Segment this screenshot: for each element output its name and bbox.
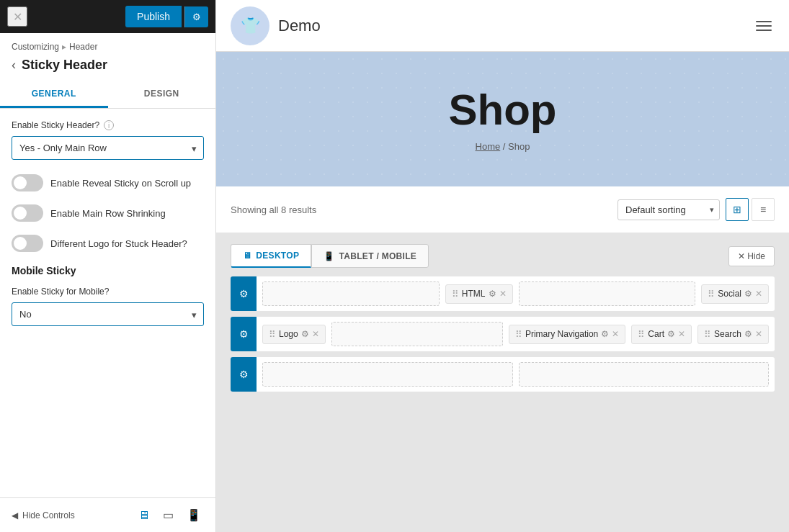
row1-gear[interactable]: ⚙ bbox=[231, 276, 257, 311]
html-pill[interactable]: ⠿ HTML ⚙ ✕ bbox=[445, 284, 513, 304]
list-view-button[interactable]: ≡ bbox=[752, 198, 775, 221]
sort-area: Default sorting Sort by popularity Sort … bbox=[618, 198, 775, 221]
site-name: Demo bbox=[278, 17, 321, 35]
sort-select[interactable]: Default sorting Sort by popularity Sort … bbox=[618, 199, 720, 220]
right-panel: 👕 Demo Shop Home / Shop Showing all 8 re… bbox=[216, 0, 789, 532]
reveal-sticky-toggle-row: Enable Reveal Sticky on Scroll up bbox=[12, 174, 204, 191]
row3-gear[interactable]: ⚙ bbox=[231, 357, 257, 392]
cart-gear-icon[interactable]: ⚙ bbox=[667, 329, 675, 339]
header-row-2: ⚙ ⠿ Logo ⚙ ✕ ⠿ Primary Navigation ⚙ ✕ ⠿ bbox=[231, 317, 775, 351]
results-count: Showing all 8 results bbox=[231, 204, 316, 215]
logo-gear-icon[interactable]: ⚙ bbox=[301, 329, 309, 339]
main-row-shrink-slider[interactable] bbox=[12, 204, 43, 222]
mobile-sticky-label: Enable Sticky for Mobile? bbox=[12, 287, 204, 297]
hero-banner: Shop Home / Shop bbox=[216, 52, 789, 186]
logo-close-icon[interactable]: ✕ bbox=[312, 329, 319, 339]
row3-empty-right bbox=[519, 362, 770, 387]
hide-controls-label: Hide Controls bbox=[22, 510, 75, 520]
logo-pill[interactable]: ⠿ Logo ⚙ ✕ bbox=[262, 325, 326, 344]
view-icons: ⊞ ≡ bbox=[726, 198, 775, 221]
cart-label: Cart bbox=[648, 329, 664, 339]
hero-breadcrumb-sep: / bbox=[503, 141, 508, 152]
different-logo-toggle-row: Different Logo for Stuck Header? bbox=[12, 235, 204, 252]
site-logo: 👕 bbox=[231, 6, 269, 45]
hide-controls-button[interactable]: ◀ Hide Controls bbox=[12, 510, 75, 520]
hero-breadcrumb: Home / Shop bbox=[231, 141, 775, 152]
social-drag-handle: ⠿ bbox=[708, 289, 715, 299]
search-pill[interactable]: ⠿ Search ⚙ ✕ bbox=[697, 325, 769, 344]
reveal-sticky-toggle[interactable] bbox=[12, 174, 43, 191]
top-bar: ✕ Publish ⚙ bbox=[0, 0, 215, 33]
tabs-row: GENERAL DESIGN bbox=[0, 81, 215, 109]
row2-content: ⠿ Logo ⚙ ✕ ⠿ Primary Navigation ⚙ ✕ ⠿ Ca… bbox=[257, 317, 775, 351]
row1-empty-left bbox=[262, 281, 440, 306]
tablet-tab-icon: 📱 bbox=[324, 251, 334, 261]
site-logo-area: 👕 Demo bbox=[231, 6, 321, 45]
social-close-icon[interactable]: ✕ bbox=[755, 289, 762, 299]
hero-title: Shop bbox=[231, 86, 775, 134]
logo-drag-handle: ⠿ bbox=[269, 329, 276, 340]
panel-footer: ◀ Hide Controls 🖥 ▭ 📱 bbox=[0, 497, 215, 532]
back-button[interactable]: ‹ bbox=[12, 58, 16, 73]
row2-gear[interactable]: ⚙ bbox=[231, 317, 257, 351]
tab-general[interactable]: GENERAL bbox=[0, 81, 108, 108]
search-gear-icon[interactable]: ⚙ bbox=[744, 329, 752, 339]
breadcrumb-current[interactable]: Header bbox=[69, 42, 97, 52]
breadcrumb-separator: ▸ bbox=[62, 42, 66, 52]
info-icon[interactable]: i bbox=[104, 120, 114, 130]
main-row-shrink-label: Enable Main Row Shrinking bbox=[50, 208, 166, 219]
mobile-device-btn[interactable]: 📱 bbox=[184, 505, 204, 525]
publish-button[interactable]: Publish bbox=[125, 6, 182, 27]
mobile-sticky-select[interactable]: No Yes bbox=[12, 302, 204, 326]
header-row-3: ⚙ bbox=[231, 357, 775, 392]
html-drag-handle: ⠿ bbox=[452, 289, 459, 299]
row2-empty-left bbox=[331, 322, 503, 346]
breadcrumb-root[interactable]: Customizing bbox=[12, 42, 59, 52]
close-button[interactable]: ✕ bbox=[7, 6, 27, 27]
tablet-tab-label: TABLET / MOBILE bbox=[339, 251, 417, 261]
main-row-shrink-toggle[interactable] bbox=[12, 204, 43, 222]
different-logo-toggle[interactable] bbox=[12, 235, 43, 252]
sort-select-wrap: Default sorting Sort by popularity Sort … bbox=[618, 199, 720, 220]
desktop-device-btn[interactable]: 🖥 bbox=[135, 505, 153, 525]
products-area: Showing all 8 results Default sorting So… bbox=[216, 186, 789, 233]
mobile-sticky-section: Mobile Sticky Enable Sticky for Mobile? … bbox=[12, 265, 204, 326]
hero-breadcrumb-home[interactable]: Home bbox=[476, 141, 501, 152]
tab-design[interactable]: DESIGN bbox=[108, 81, 216, 108]
html-close-icon[interactable]: ✕ bbox=[499, 289, 507, 299]
cart-close-icon[interactable]: ✕ bbox=[678, 329, 685, 339]
menu-line-1 bbox=[756, 21, 772, 22]
menu-icon-button[interactable] bbox=[753, 18, 775, 34]
publish-settings-button[interactable]: ⚙ bbox=[184, 6, 208, 27]
search-close-icon[interactable]: ✕ bbox=[755, 329, 762, 339]
builder-tab-desktop[interactable]: 🖥 DESKTOP bbox=[231, 244, 311, 268]
primary-nav-close-icon[interactable]: ✕ bbox=[612, 329, 619, 339]
grid-view-button[interactable]: ⊞ bbox=[726, 198, 749, 221]
hero-breadcrumb-current: Shop bbox=[508, 141, 530, 152]
hide-builder-button[interactable]: ✕ Hide bbox=[728, 246, 775, 266]
menu-line-2 bbox=[756, 25, 772, 27]
sticky-header-select[interactable]: Yes - Only Main Row Yes - All Rows No bbox=[12, 136, 204, 160]
hide-controls-arrow: ◀ bbox=[12, 510, 18, 520]
different-logo-slider[interactable] bbox=[12, 235, 43, 252]
primary-nav-drag-handle: ⠿ bbox=[515, 329, 522, 340]
row1-content: ⠿ HTML ⚙ ✕ ⠿ Social ⚙ ✕ bbox=[257, 276, 775, 311]
search-drag-handle: ⠿ bbox=[704, 329, 711, 340]
social-gear-icon[interactable]: ⚙ bbox=[744, 289, 752, 299]
desktop-tab-label: DESKTOP bbox=[256, 251, 299, 261]
main-row-shrink-toggle-row: Enable Main Row Shrinking bbox=[12, 204, 204, 222]
builder-tab-tablet[interactable]: 📱 TABLET / MOBILE bbox=[311, 244, 429, 268]
html-gear-icon[interactable]: ⚙ bbox=[489, 289, 496, 299]
sticky-header-field: Enable Sticky Header? i Yes - Only Main … bbox=[12, 120, 204, 160]
social-pill[interactable]: ⠿ Social ⚙ ✕ bbox=[701, 284, 769, 304]
primary-nav-pill[interactable]: ⠿ Primary Navigation ⚙ ✕ bbox=[509, 325, 625, 344]
device-icons: 🖥 ▭ 📱 bbox=[135, 505, 204, 525]
tablet-device-btn[interactable]: ▭ bbox=[160, 505, 177, 525]
mobile-sticky-select-wrap: No Yes bbox=[12, 302, 204, 326]
reveal-sticky-slider[interactable] bbox=[12, 174, 43, 191]
builder-area: 🖥 DESKTOP 📱 TABLET / MOBILE ✕ Hide ⚙ ⠿ H… bbox=[216, 233, 789, 532]
primary-nav-gear-icon[interactable]: ⚙ bbox=[601, 329, 609, 339]
row1-empty-middle bbox=[519, 281, 696, 306]
panel-body: Enable Sticky Header? i Yes - Only Main … bbox=[0, 109, 215, 497]
cart-pill[interactable]: ⠿ Cart ⚙ ✕ bbox=[631, 325, 692, 344]
